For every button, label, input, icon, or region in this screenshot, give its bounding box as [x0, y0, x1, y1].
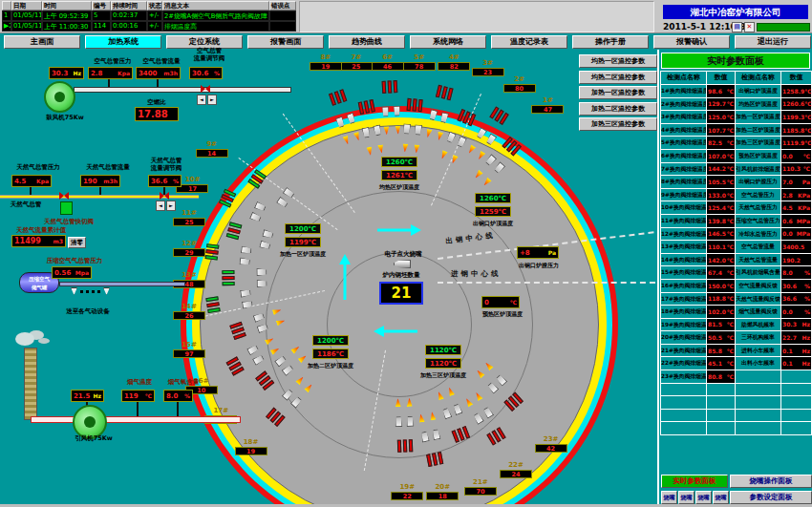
zone-param-button-3[interactable]: 加热一区温控参数: [579, 86, 657, 99]
menu-9[interactable]: 报警确认: [653, 35, 730, 49]
menu-8[interactable]: 操作手册: [572, 35, 649, 49]
burner-nozzle-icon: [439, 112, 449, 124]
zone-temp-label: 加热三区炉顶温度: [413, 371, 474, 380]
burner-tab-4[interactable]: 烧嘴4: [713, 491, 729, 504]
menu-5[interactable]: 趋势曲线: [329, 35, 405, 49]
zone-param-button-2[interactable]: 均热二区温控参数: [579, 71, 657, 84]
gas-valve-icon[interactable]: [59, 192, 69, 201]
menu-1[interactable]: 主画面: [4, 35, 80, 49]
value: 30.3: [52, 70, 68, 77]
param-value: 36.6%: [781, 293, 811, 306]
alarm-col-header: 编号: [92, 1, 111, 11]
alarm-row[interactable]: ▶201/05/11上午 11:00:301140:00:16+/-排烟温度高: [2, 21, 296, 32]
burner-temp-display: 19: [235, 447, 267, 455]
burner-nozzle-icon: [494, 161, 506, 175]
unit: ℃: [727, 230, 734, 237]
burner-station-9: 9#14: [191, 140, 233, 158]
flame-icon: [295, 375, 305, 386]
menu-7[interactable]: 温度记录表: [491, 35, 567, 49]
field-label: 天然气总管流量: [80, 164, 136, 172]
value: 98.6: [708, 88, 722, 95]
unit: %: [184, 392, 190, 399]
air-main-pressure-display: 2.8Kpa: [88, 67, 133, 79]
field-label: 天然气总管快切阀: [38, 219, 99, 226]
param-name: 7#换向阀排烟温度: [661, 163, 706, 176]
burner-tab-3[interactable]: 烧嘴3: [695, 491, 712, 504]
param-name: 9#换向阀排烟温度: [661, 189, 706, 201]
unit: ℃: [727, 334, 734, 341]
zone-actual-display: 1259℃: [475, 206, 511, 217]
param-name: 预热区炉顶温度: [736, 150, 780, 162]
value: 1119.9: [782, 139, 804, 146]
alarm-cell: 5: [92, 11, 111, 21]
alarm-log-icon-button[interactable]: ▤: [732, 22, 742, 32]
burner-tab-2[interactable]: 烧嘴2: [678, 491, 694, 504]
unit: MPa: [797, 218, 810, 224]
menu-4[interactable]: 报警画面: [247, 35, 324, 49]
valve-bar-icon: [387, 81, 392, 94]
param-value: 7.0Pa: [781, 176, 811, 188]
param-col-header: 检测点名称: [661, 72, 706, 84]
burner-nozzle-icon: [289, 396, 302, 410]
billet-count-display: 21: [379, 282, 423, 305]
burner-panel-button[interactable]: 烧嘴操作面板: [730, 475, 812, 488]
igniter-label: 电子点火烧嘴: [378, 251, 428, 259]
menu-10[interactable]: 退出运行: [735, 35, 811, 49]
value: 133.0: [708, 192, 726, 199]
unit: Hz: [801, 334, 810, 341]
valve-bar-icon: [222, 276, 234, 280]
alarm-row[interactable]: 101/05/11上午 09:52:3950:02:37+/-2#烧嘴A侧空气B…: [2, 11, 296, 21]
status-progress-bar: [757, 23, 810, 32]
param-value: 105.5℃: [707, 176, 735, 188]
zone-param-button-5[interactable]: 加热三区温控参数: [579, 117, 657, 131]
param-name: 5#换向阀排烟温度: [661, 137, 706, 149]
valve-bar-icon: [206, 296, 219, 302]
prev-burner-button[interactable]: ◄: [156, 201, 165, 211]
alarm-col-header: 消息文本: [162, 1, 269, 11]
air-valve-icon[interactable]: [201, 85, 210, 94]
burner-id-label: 22#: [495, 461, 537, 469]
unit: KPa: [798, 204, 810, 211]
param-value: 3400.5: [781, 241, 811, 253]
value: 21.5: [74, 392, 90, 400]
value: 0.0: [782, 308, 793, 315]
menu-2[interactable]: 加热系统: [85, 35, 161, 49]
gas-valve-icon[interactable]: [160, 192, 169, 201]
next-burner-button[interactable]: ►: [166, 201, 176, 211]
burner-station-20: 20#18: [421, 483, 463, 500]
burner-valve-cluster: [253, 368, 278, 392]
burner-nozzle-icon: [452, 404, 462, 416]
air-main-pipe: [74, 87, 291, 93]
zone-param-button-1[interactable]: 均热一区温控参数: [579, 54, 657, 68]
burner-temp-display: 22: [391, 492, 423, 500]
unit: ℃: [727, 88, 734, 95]
burner-id-label: 9#: [191, 140, 233, 148]
unit: ℃: [727, 127, 734, 134]
next-burner-button[interactable]: ►: [207, 95, 217, 105]
gas-quick-cut-valve-icon[interactable]: [60, 201, 73, 215]
field-label: 压缩空气气总管压力: [40, 258, 109, 265]
param-value: [781, 370, 811, 383]
value: 82.5: [708, 139, 722, 146]
param-value: 125.4℃: [707, 201, 735, 214]
flame-icon: [392, 393, 416, 412]
zone-param-button-4[interactable]: 加热二区温控参数: [579, 102, 657, 116]
value: 36.6: [151, 178, 167, 185]
alarm-silence-icon-button[interactable]: ✕: [744, 22, 755, 32]
burner-tab-1[interactable]: 烧嘴1: [661, 491, 677, 504]
alarm-table[interactable]: 日期时间编号持续时间状态消息文本错误点101/05/11上午 09:52:395…: [2, 1, 296, 32]
alarm-cell: 01/05/11: [11, 21, 42, 32]
unit: ℃: [727, 153, 734, 159]
unit: ℃: [727, 348, 734, 354]
unit: %: [804, 295, 810, 302]
gas-total-display: 11499m3: [11, 235, 66, 247]
unit: ℃: [727, 269, 734, 276]
param-setting-panel-button[interactable]: 参数设定面板: [730, 491, 812, 504]
clear-total-button[interactable]: 清零: [68, 237, 86, 248]
param-value: 142.0℃: [707, 254, 735, 266]
rotation-arrow-left: [339, 254, 351, 302]
menu-6[interactable]: 系统网络: [410, 35, 486, 49]
unit: ℃: [727, 179, 734, 185]
realtime-panel-button[interactable]: 实时参数面板: [661, 475, 728, 488]
prev-burner-button[interactable]: ◄: [197, 95, 206, 105]
